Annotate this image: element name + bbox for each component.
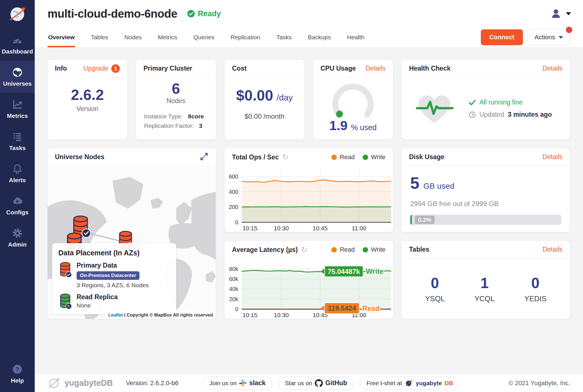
tab-tasks[interactable]: Tasks	[276, 27, 292, 47]
yedis-stat: 0 YEDIS	[524, 274, 547, 303]
footer-brand-name: yugabyteDB	[65, 378, 113, 388]
read-legend-dot	[331, 247, 337, 253]
cpu-details-link[interactable]: Details	[366, 65, 385, 72]
svg-text:↻: ↻	[67, 304, 70, 308]
notification-dot	[566, 27, 572, 33]
cpu-percent-unit: % used	[351, 123, 377, 132]
svg-text:Write: Write	[366, 267, 383, 275]
svg-text:10:15: 10:15	[243, 312, 258, 318]
connect-button[interactable]: Connect	[481, 29, 523, 45]
cpu-usage-card: CPU Usage Details 1.9 % used	[313, 60, 393, 139]
sidebar-item-admin[interactable]: Admin	[0, 221, 35, 254]
sidebar-item-metrics[interactable]: Metrics	[0, 93, 35, 125]
primary-db-icon	[58, 262, 72, 278]
tasks-list-icon	[12, 131, 23, 142]
yugabyte-mini-logo	[405, 379, 413, 387]
chart-legend: Read Write	[331, 246, 385, 253]
sidebar-label: Tasks	[1, 145, 34, 151]
version-label: Version	[77, 105, 98, 113]
sidebar-item-alerts[interactable]: Alerts	[0, 157, 35, 189]
svg-text:600: 600	[229, 173, 238, 180]
sidebar-label: Alerts	[1, 177, 34, 184]
write-legend-dot	[363, 247, 368, 253]
check-icon	[469, 99, 476, 106]
tab-overview[interactable]: Overview	[48, 27, 75, 47]
chart-title: Total Ops / Sec	[232, 153, 279, 161]
svg-text:200: 200	[229, 204, 238, 210]
upgrade-link[interactable]: Upgrade 1	[83, 64, 120, 73]
nodes-count: 6	[172, 81, 180, 97]
sidebar-label: Help	[1, 377, 34, 384]
disk-details-link[interactable]: Details	[543, 153, 563, 161]
sidebar-item-configs[interactable]: Configs	[0, 189, 35, 221]
user-menu[interactable]	[550, 8, 571, 20]
actions-button[interactable]: Actions	[527, 29, 570, 46]
tab-health[interactable]: Health	[346, 27, 365, 47]
replica-db-icon: ↻	[58, 293, 72, 310]
sidebar-label: Metrics	[1, 112, 34, 119]
tab-metrics[interactable]: Metrics	[157, 27, 178, 47]
sidebar-label: Universes	[1, 80, 34, 87]
svg-text:10:45: 10:45	[313, 225, 328, 231]
card-title: Info	[55, 65, 67, 72]
sidebar-item-help[interactable]: ? Help	[0, 358, 35, 392]
yugabyte-logo[interactable]	[0, 0, 35, 28]
svg-text:75.04487k: 75.04487k	[328, 268, 360, 275]
health-details-link[interactable]: Details	[543, 65, 563, 72]
check-circle-icon	[187, 10, 195, 18]
heartbeat-icon	[413, 91, 456, 126]
svg-text:40k: 40k	[229, 286, 239, 292]
refresh-icon[interactable]: ↻	[282, 153, 288, 162]
configs-cloud-icon	[12, 196, 23, 206]
tables-card: Tables Details 0 YSQL 1 YCQL 0 YEDIS	[402, 241, 570, 319]
slack-button[interactable]: Join us on slack	[203, 377, 272, 390]
sidebar-label: Configs	[1, 209, 34, 216]
leaflet-link[interactable]: Leaflet	[108, 313, 123, 317]
sidebar-item-universes[interactable]: Universes	[0, 61, 35, 93]
card-title: Cost	[232, 65, 247, 72]
status-badge: Ready	[187, 9, 221, 18]
footer-version: Version: 2.6.2.0-b6	[126, 379, 178, 387]
tab-queries[interactable]: Queries	[193, 27, 215, 47]
total-ops-card: Total Ops / Sec ↻ Read Write 02004006001…	[225, 148, 393, 232]
metrics-chart-icon	[12, 99, 23, 110]
refresh-icon[interactable]: ↻	[301, 245, 307, 254]
disk-used-value: 5	[410, 173, 419, 192]
disk-usage-card: Disk Usage Details 5 GB used 2994 GB fre…	[402, 148, 570, 232]
health-status-row: All running fine	[469, 98, 552, 106]
map-attribution: Leaflet | Copyright © MapBox All rights …	[105, 311, 216, 319]
health-updated-row: Updated 3 minutes ago	[469, 111, 552, 118]
ycql-stat: 1 YCQL	[475, 274, 495, 303]
instance-type-row: Instance Type: 8core	[144, 113, 208, 120]
cpu-percent-value: 1.9	[329, 118, 348, 133]
svg-text:11:00: 11:00	[352, 225, 366, 231]
disk-percent-chip: 0.2%	[415, 216, 435, 224]
primary-data-row: Primary Data On-Premises Datacenter 3 Re…	[58, 262, 170, 289]
page-title: multi-cloud-demo-6node	[48, 7, 177, 20]
card-title: Primary Cluster	[143, 65, 192, 72]
latency-chart-plot[interactable]: 020k40k60k80k10:1510:3010:4511:0075.0448…	[225, 258, 393, 319]
tab-replication[interactable]: Replication	[230, 27, 261, 47]
cost-day-unit: /day	[277, 93, 293, 102]
chevron-down-icon	[566, 12, 571, 15]
svg-text:10:30: 10:30	[274, 312, 289, 318]
tables-details-link[interactable]: Details	[543, 246, 563, 253]
expand-icon[interactable]	[200, 152, 208, 162]
tshirt-button[interactable]: Free t-shirt at yugabyteDB	[360, 377, 459, 390]
cost-per-month: $0.00 /month	[245, 112, 284, 120]
tab-nodes[interactable]: Nodes	[124, 27, 142, 47]
chart-title: Average Latency (µs)	[232, 246, 298, 254]
ops-chart-plot[interactable]: 020040060010:1510:3010:4511:00	[225, 166, 393, 232]
svg-text:0: 0	[235, 306, 238, 312]
write-legend-dot	[363, 155, 368, 160]
world-map[interactable]: Data Placement (In AZs) Primary Data On-…	[48, 166, 216, 319]
sidebar-item-tasks[interactable]: Tasks	[0, 125, 35, 157]
tab-bar: Overview Tables Nodes Metrics Queries Re…	[48, 27, 380, 47]
cost-per-day: $0.00	[236, 88, 273, 103]
tab-tables[interactable]: Tables	[90, 27, 109, 47]
page-footer: yugabyteDB Version: 2.6.2.0-b6 Join us o…	[35, 374, 583, 392]
tab-backups[interactable]: Backups	[307, 27, 332, 47]
health-status-text: All running fine	[479, 98, 523, 106]
sidebar-item-dashboard[interactable]: Dashboard	[0, 28, 35, 61]
github-button[interactable]: Star us on GitHub	[278, 377, 354, 390]
